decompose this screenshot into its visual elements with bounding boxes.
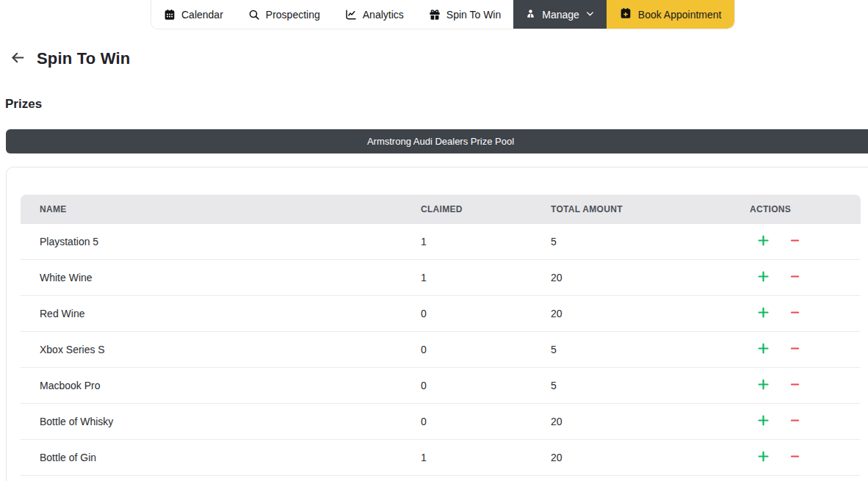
back-button[interactable] [9, 48, 27, 69]
prize-total-amount: 5 [551, 380, 729, 391]
minus-icon [789, 342, 801, 357]
table-row: Xbox Series S 0 5 [21, 332, 861, 368]
prize-actions [729, 413, 861, 430]
top-nav: Calendar Prospecting Analytics Spin To W… [151, 0, 735, 29]
column-header-total-amount: TOTAL AMOUNT [551, 204, 729, 214]
table-body: Playstation 5 1 5 White Wine 1 20 [21, 224, 861, 476]
plus-icon [756, 449, 770, 466]
decrement-amount-button[interactable] [789, 342, 801, 357]
minus-icon [789, 306, 801, 321]
column-header-claimed: CLAIMED [421, 204, 551, 214]
table-header-row: NAME CLAIMED TOTAL AMOUNT ACTIONS [21, 195, 861, 224]
nav-item-prospecting[interactable]: Prospecting [236, 0, 333, 29]
prize-pool-banner[interactable]: Armstrong Audi Dealers Prize Pool [6, 129, 868, 153]
gift-icon [429, 9, 441, 21]
decrement-amount-button[interactable] [789, 270, 801, 285]
spin-to-win-page: Calendar Prospecting Analytics Spin To W… [0, 0, 868, 481]
minus-icon [789, 378, 801, 393]
plus-icon [756, 234, 770, 250]
decrement-amount-button[interactable] [789, 378, 801, 393]
prize-actions [729, 305, 861, 322]
prize-claimed: 0 [421, 380, 551, 391]
plus-icon [756, 377, 770, 394]
arrow-left-icon [10, 50, 26, 68]
prize-name: Bottle of Whisky [21, 416, 421, 427]
search-icon [248, 9, 260, 21]
prize-actions [729, 377, 861, 394]
prize-actions [729, 270, 861, 286]
nav-item-label: Analytics [363, 9, 404, 21]
table-row: Macbook Pro 0 5 [21, 368, 861, 404]
table-row: Bottle of Gin 1 20 [21, 440, 861, 476]
table-row: White Wine 1 20 [21, 260, 861, 296]
minus-icon [789, 270, 801, 285]
prize-claimed: 1 [421, 272, 551, 283]
prize-actions [729, 449, 861, 466]
chevron-down-icon [585, 9, 595, 21]
prize-name: Macbook Pro [21, 380, 421, 391]
page-title: Spin To Win [37, 49, 130, 68]
increment-amount-button[interactable] [756, 413, 770, 430]
prize-total-amount: 20 [551, 452, 729, 463]
nav-item-label: Calendar [181, 9, 223, 21]
nav-item-analytics[interactable]: Analytics [333, 0, 416, 29]
minus-icon [789, 234, 801, 249]
prize-total-amount: 5 [551, 236, 729, 247]
prize-name: White Wine [21, 272, 421, 283]
plus-icon [756, 413, 770, 430]
decrement-amount-button[interactable] [789, 234, 801, 249]
nav-item-spin-to-win[interactable]: Spin To Win [416, 0, 513, 29]
increment-amount-button[interactable] [756, 449, 770, 466]
table-row: Playstation 5 1 5 [21, 224, 861, 260]
column-header-name: NAME [21, 204, 421, 214]
prize-claimed: 0 [421, 416, 551, 427]
decrement-amount-button[interactable] [789, 450, 801, 465]
increment-amount-button[interactable] [756, 270, 770, 286]
prize-claimed: 1 [421, 452, 551, 463]
decrement-amount-button[interactable] [789, 414, 801, 429]
prize-actions [729, 234, 861, 250]
minus-icon [789, 450, 801, 465]
prize-claimed: 0 [421, 344, 551, 355]
prize-total-amount: 20 [551, 272, 729, 283]
plus-icon [756, 341, 770, 358]
user-icon [525, 8, 536, 21]
prize-name: Red Wine [21, 308, 421, 319]
increment-amount-button[interactable] [756, 234, 770, 250]
nav-item-label: Prospecting [266, 9, 320, 21]
prize-name: Bottle of Gin [21, 452, 421, 463]
increment-amount-button[interactable] [756, 377, 770, 394]
prizes-card: NAME CLAIMED TOTAL AMOUNT ACTIONS Playst… [6, 167, 868, 481]
manage-menu-button[interactable]: Manage [513, 0, 607, 29]
calendar-plus-icon [620, 7, 632, 21]
page-header: Spin To Win [9, 48, 130, 69]
prize-pool-banner-label: Armstrong Audi Dealers Prize Pool [367, 136, 514, 147]
table-row: Red Wine 0 20 [21, 296, 861, 332]
column-header-actions: ACTIONS [729, 204, 861, 214]
plus-icon [756, 270, 770, 286]
prize-actions [729, 341, 861, 358]
prize-total-amount: 20 [551, 416, 729, 427]
book-appointment-button[interactable]: Book Appointment [607, 0, 735, 29]
prize-name: Xbox Series S [21, 344, 421, 355]
nav-item-calendar[interactable]: Calendar [151, 0, 236, 29]
prize-claimed: 0 [421, 308, 551, 319]
manage-label: Manage [542, 9, 579, 21]
prize-total-amount: 20 [551, 308, 729, 319]
calendar-icon [164, 9, 176, 21]
increment-amount-button[interactable] [756, 305, 770, 322]
section-title: Prizes [5, 97, 42, 112]
table-row: Bottle of Whisky 0 20 [21, 404, 861, 440]
prizes-table: NAME CLAIMED TOTAL AMOUNT ACTIONS Playst… [21, 195, 861, 476]
increment-amount-button[interactable] [756, 341, 770, 358]
plus-icon [756, 305, 770, 322]
prize-total-amount: 5 [551, 344, 729, 355]
nav-item-label: Spin To Win [446, 9, 501, 21]
analytics-chart-icon [345, 9, 357, 21]
minus-icon [789, 414, 801, 429]
prize-name: Playstation 5 [21, 236, 421, 247]
decrement-amount-button[interactable] [789, 306, 801, 321]
book-appointment-label: Book Appointment [638, 9, 722, 21]
prize-claimed: 1 [421, 236, 551, 247]
